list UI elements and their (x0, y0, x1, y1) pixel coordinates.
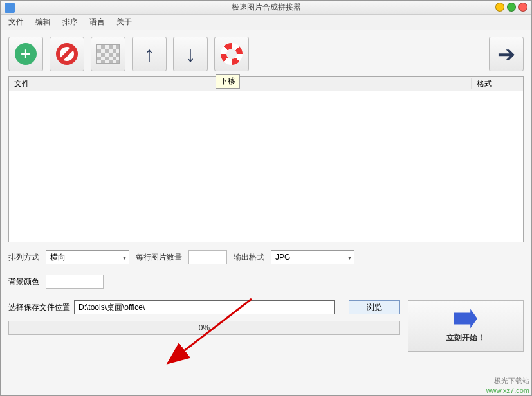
remove-button[interactable] (50, 37, 84, 71)
progress-text: 0% (199, 323, 210, 332)
plus-icon: + (15, 43, 37, 65)
add-button[interactable]: + (8, 37, 43, 71)
chevron-down-icon: ▾ (123, 254, 126, 261)
left-column: 选择保存文件位置 D:\tools\桌面\office\ 浏览 0% (8, 300, 400, 352)
toolbar: + ↑ ↓ ➔ 下移 (8, 37, 524, 71)
menu-edit[interactable]: 编辑 (35, 17, 51, 28)
menu-about[interactable]: 关于 (116, 17, 132, 28)
start-button[interactable]: 立刻开始！ (408, 300, 524, 352)
transparency-button[interactable] (91, 37, 125, 71)
save-path-input[interactable]: D:\tools\桌面\office\ (74, 300, 335, 314)
bgcolor-input[interactable] (46, 274, 104, 289)
menu-file[interactable]: 文件 (8, 17, 24, 28)
close-button[interactable] (518, 3, 527, 12)
browse-button[interactable]: 浏览 (349, 300, 400, 314)
arrange-select[interactable]: 横向 ▾ (46, 250, 129, 264)
settings-row-1: 排列方式 横向 ▾ 每行图片数量 输出格式 JPG ▾ (8, 248, 524, 267)
table-header: 文件 格式 (9, 77, 523, 91)
help-button[interactable] (214, 37, 249, 71)
lifebuoy-icon (221, 43, 243, 65)
save-path-label: 选择保存文件位置 (8, 302, 70, 313)
format-select[interactable]: JPG ▾ (271, 250, 354, 264)
col-header-file[interactable]: 文件 (9, 78, 472, 89)
count-label: 每行图片数量 (136, 252, 182, 263)
save-path-row: 选择保存文件位置 D:\tools\桌面\office\ 浏览 (8, 300, 400, 314)
chevron-down-icon: ▾ (348, 254, 351, 261)
menubar: 文件 编辑 排序 语言 关于 (1, 15, 531, 30)
settings-row-2: 背景颜色 (8, 272, 524, 291)
watermark: 极光下载站 www.xz7.com (486, 376, 529, 395)
content-area: + ↑ ↓ ➔ 下移 文件 (1, 30, 531, 395)
col-header-format[interactable]: 格式 (472, 78, 523, 89)
file-table: 文件 格式 (8, 76, 524, 242)
checker-icon (96, 44, 120, 64)
browse-label: 浏览 (367, 302, 382, 313)
arrow-up-icon: ↑ (144, 43, 155, 65)
save-path-value: D:\tools\桌面\office\ (78, 302, 145, 313)
table-body[interactable] (9, 91, 523, 242)
app-window: 极速图片合成拼接器 文件 编辑 排序 语言 关于 + ↑ (0, 0, 532, 396)
move-up-button[interactable]: ↑ (132, 37, 167, 71)
tooltip: 下移 (216, 74, 240, 89)
progress-bar: 0% (8, 321, 400, 335)
count-input[interactable] (188, 250, 227, 264)
minimize-button[interactable] (495, 3, 504, 12)
titlebar: 极速图片合成拼接器 (1, 1, 531, 15)
format-value: JPG (275, 253, 290, 262)
arrange-value: 横向 (50, 252, 66, 263)
bgcolor-label: 背景颜色 (8, 276, 39, 287)
format-label: 输出格式 (234, 252, 264, 263)
forbidden-icon (56, 43, 78, 65)
window-title: 极速图片合成拼接器 (232, 2, 301, 13)
move-down-button[interactable]: ↓ (173, 37, 208, 71)
menu-language[interactable]: 语言 (89, 17, 105, 28)
menu-sort[interactable]: 排序 (62, 17, 78, 28)
arrange-label: 排列方式 (8, 252, 39, 263)
bottom-area: 选择保存文件位置 D:\tools\桌面\office\ 浏览 0% 立刻开始！ (8, 300, 524, 352)
next-button[interactable]: ➔ (489, 37, 524, 71)
window-controls (495, 3, 527, 12)
maximize-button[interactable] (507, 3, 516, 12)
watermark-line1: 极光下载站 (486, 376, 529, 385)
start-label: 立刻开始！ (446, 332, 485, 343)
app-icon (5, 3, 15, 13)
arrow-down-icon: ↓ (185, 43, 196, 65)
arrow-right-icon: ➔ (497, 43, 515, 65)
start-arrow-icon (454, 309, 477, 328)
watermark-line2: www.xz7.com (486, 386, 529, 395)
